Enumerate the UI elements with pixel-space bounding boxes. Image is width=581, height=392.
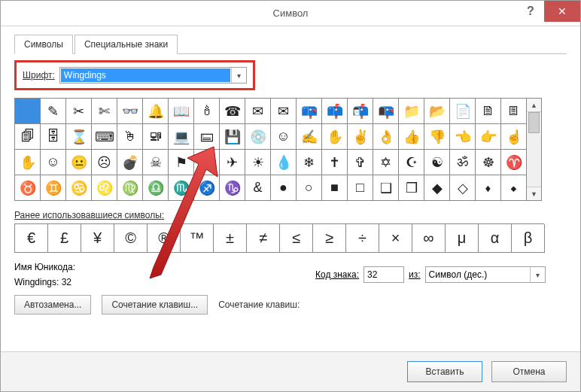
recent-symbol-cell[interactable]: ™ [181, 224, 214, 253]
symbol-cell[interactable]: ☀ [245, 150, 271, 175]
symbol-cell[interactable]: ⚑ [169, 150, 194, 175]
symbol-cell[interactable]: 👍 [399, 124, 424, 150]
chevron-down-icon[interactable]: ▾ [530, 267, 545, 282]
symbol-cell[interactable]: 🗏 [501, 99, 527, 124]
symbol-cell[interactable]: 📬 [348, 99, 373, 124]
symbol-cell[interactable] [15, 99, 41, 124]
symbol-cell[interactable]: 💿 [245, 124, 271, 150]
symbol-cell[interactable]: ☺ [41, 150, 66, 175]
symbol-cell[interactable]: ♍ [117, 175, 143, 201]
symbol-cell[interactable]: ■ [322, 175, 348, 201]
recent-symbol-cell[interactable]: μ [446, 224, 479, 253]
symbol-cell[interactable]: 🖴 [194, 124, 220, 150]
symbol-cell[interactable]: ☪ [399, 150, 424, 175]
symbol-cell[interactable]: ♎ [143, 175, 169, 201]
symbol-cell[interactable]: 🖳 [143, 124, 169, 150]
tab-special-chars[interactable]: Специальные знаки [75, 35, 178, 54]
symbol-cell[interactable]: ☺ [271, 124, 297, 150]
symbol-cell[interactable]: ⬥ [501, 175, 527, 201]
symbol-cell[interactable]: 🖰 [117, 124, 143, 150]
symbol-cell[interactable]: ◇ [450, 175, 476, 201]
symbol-cell[interactable]: 🗐 [15, 124, 41, 150]
recent-symbol-cell[interactable]: ≤ [280, 224, 313, 253]
symbol-cell[interactable]: ✍ [297, 124, 322, 150]
recent-symbol-cell[interactable]: £ [48, 224, 81, 253]
symbol-cell[interactable]: ✂ [66, 99, 92, 124]
symbol-cell[interactable]: 📁 [399, 99, 424, 124]
recent-symbol-cell[interactable]: α [479, 224, 512, 253]
symbol-cell[interactable]: ❒ [399, 175, 424, 201]
scrollbar[interactable]: ▲ ▼ [527, 98, 542, 201]
symbol-grid[interactable]: ✎✂✄👓🔔📖🕯☎✉✉📪📫📬📭📁📂📄🗎🗏🗐🗄⌛⌨🖰🖳💻🖴💾💿☺✍✋✌👌👍👎👈👉☝✋… [14, 98, 527, 201]
char-code-input[interactable] [364, 266, 404, 283]
symbol-cell[interactable]: 👓 [117, 99, 143, 124]
symbol-cell[interactable]: ♏ [169, 175, 194, 201]
symbol-cell[interactable]: ♈ [501, 150, 527, 175]
symbol-cell[interactable]: ⚐ [194, 150, 220, 175]
symbol-cell[interactable]: ✉ [245, 99, 271, 124]
titlebar[interactable]: Символ ? ✕ [1, 1, 580, 26]
scroll-track[interactable] [527, 112, 541, 187]
symbol-cell[interactable]: 💧 [271, 150, 297, 175]
recent-symbol-cell[interactable]: ≠ [247, 224, 280, 253]
symbol-cell[interactable]: ♋ [66, 175, 92, 201]
symbol-cell[interactable]: ♐ [194, 175, 220, 201]
scroll-up-icon[interactable]: ▲ [527, 99, 541, 112]
symbol-cell[interactable]: 😐 [66, 150, 92, 175]
cancel-button[interactable]: Отмена [491, 361, 567, 382]
symbol-cell[interactable]: ☎ [220, 99, 245, 124]
symbol-cell[interactable]: ☯ [424, 150, 450, 175]
recent-symbol-cell[interactable]: ÷ [346, 224, 379, 253]
symbol-cell[interactable]: ✞ [348, 150, 373, 175]
recent-symbol-cell[interactable]: ¥ [81, 224, 114, 253]
symbol-cell[interactable]: 📫 [322, 99, 348, 124]
symbol-cell[interactable]: ✈ [220, 150, 245, 175]
symbol-cell[interactable]: ❑ [373, 175, 399, 201]
symbol-cell[interactable]: 👈 [450, 124, 476, 150]
symbol-cell[interactable]: ✄ [92, 99, 117, 124]
scroll-thumb[interactable] [528, 112, 540, 133]
symbol-cell[interactable]: 🔔 [143, 99, 169, 124]
symbol-cell[interactable]: ⌨ [92, 124, 117, 150]
symbol-cell[interactable]: ✝ [322, 150, 348, 175]
symbol-cell[interactable]: 📂 [424, 99, 450, 124]
recent-symbols-grid[interactable]: €£¥©®™±≠≤≥÷×∞μαβ [14, 223, 544, 253]
symbol-cell[interactable]: 👉 [476, 124, 501, 150]
symbol-cell[interactable]: ☝ [501, 124, 527, 150]
insert-button[interactable]: Вставить [407, 361, 482, 382]
symbol-cell[interactable]: 👎 [424, 124, 450, 150]
symbol-cell[interactable]: 📖 [169, 99, 194, 124]
symbol-cell[interactable]: ♊ [41, 175, 66, 201]
symbol-cell[interactable]: 🗄 [41, 124, 66, 150]
shortcut-button[interactable]: Сочетание клавиш... [102, 295, 208, 315]
symbol-cell[interactable]: ☹ [92, 150, 117, 175]
symbol-cell[interactable]: ☸ [476, 150, 501, 175]
tab-symbols[interactable]: Символы [14, 35, 73, 54]
recent-symbol-cell[interactable]: β [512, 224, 545, 253]
recent-symbol-cell[interactable]: ® [148, 224, 181, 253]
recent-symbol-cell[interactable]: € [15, 224, 48, 253]
recent-symbol-cell[interactable]: © [114, 224, 148, 253]
symbol-cell[interactable]: 👌 [373, 124, 399, 150]
chevron-down-icon[interactable]: ▾ [231, 68, 246, 83]
symbol-cell[interactable]: 📄 [450, 99, 476, 124]
symbol-cell[interactable]: ☠ [143, 150, 169, 175]
symbol-cell[interactable]: 🗎 [476, 99, 501, 124]
symbol-cell[interactable]: & [245, 175, 271, 201]
symbol-cell[interactable]: ♌ [92, 175, 117, 201]
symbol-cell[interactable]: ✋ [322, 124, 348, 150]
recent-symbol-cell[interactable]: ≥ [313, 224, 346, 253]
symbol-cell[interactable]: 💾 [220, 124, 245, 150]
symbol-cell[interactable]: ♑ [220, 175, 245, 201]
symbol-cell[interactable]: 💻 [169, 124, 194, 150]
symbol-cell[interactable]: ✌ [348, 124, 373, 150]
symbol-cell[interactable]: ⌛ [66, 124, 92, 150]
from-select[interactable]: Символ (дес.) ▾ [425, 266, 546, 283]
symbol-cell[interactable]: 📪 [297, 99, 322, 124]
symbol-cell[interactable]: ● [271, 175, 297, 201]
close-button[interactable]: ✕ [544, 1, 580, 22]
recent-symbol-cell[interactable]: ∞ [412, 224, 446, 253]
font-select[interactable]: Wingdings ▾ [59, 67, 247, 84]
symbol-cell[interactable]: 🕯 [194, 99, 220, 124]
symbol-cell[interactable]: ✎ [41, 99, 66, 124]
